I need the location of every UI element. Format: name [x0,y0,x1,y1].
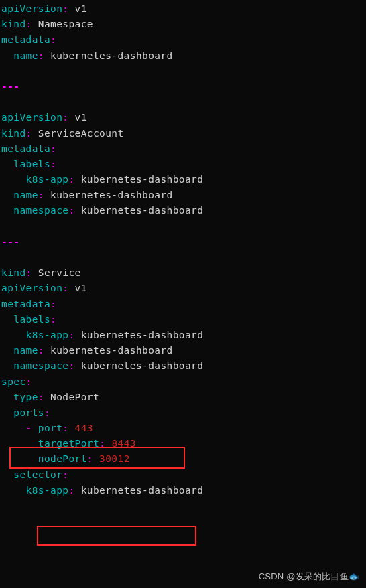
token-val: kubernetes-dashboard [75,329,204,340]
token-val: ServiceAccount [32,128,124,139]
token-col: : [87,453,93,464]
token-key: namespace [13,360,68,371]
token-col: : [68,205,74,216]
code-line: metadata: [1,143,56,154]
token-col: : [68,329,74,340]
token-key: spec [1,376,26,387]
token-val [1,345,13,356]
token-col: : [50,299,56,309]
code-line: k8s-app: kubernetes-dashboard [1,329,203,340]
token-val: v1 [68,3,86,14]
token-col: : [38,190,44,200]
token-val [1,329,26,340]
highlight-box-nodeport-30012 [37,526,196,546]
code-line: ports: [1,407,50,418]
token-val: kubernetes-dashboard [75,205,204,216]
code-line: labels: [1,314,56,325]
code-line: labels: [1,159,56,169]
token-col: : [44,407,50,418]
token-col: : [38,50,44,61]
token-col: : [38,392,44,402]
token-val [1,50,13,61]
token-col: : [26,376,32,387]
token-col: : [38,345,44,356]
token-col: : [50,143,56,154]
code-line: k8s-app: kubernetes-dashboard [1,174,203,185]
token-val: kubernetes-dashboard [44,345,173,356]
token-key: ports [13,407,44,418]
token-num: 30012 [99,453,130,464]
token-col: : [68,485,74,496]
code-line: selector: [1,469,68,480]
token-key: apiVersion [1,283,62,293]
token-val: kubernetes-dashboard [75,174,204,185]
token-val [93,453,99,464]
token-key: k8s-app [26,174,69,185]
token-key: name [13,190,38,200]
token-key: kind [1,128,26,139]
code-line: name: kubernetes-dashboard [1,345,173,356]
token-key: targetPort [38,438,99,449]
token-dash: - [26,423,38,433]
code-line: namespace: kubernetes-dashboard [1,360,203,371]
token-col: : [68,174,74,185]
token-val [1,205,13,216]
token-val [1,407,13,418]
code-line: k8s-app: kubernetes-dashboard [1,485,203,496]
token-val [1,392,13,402]
token-val: v1 [68,283,86,293]
token-col: : [62,469,68,480]
code-line: metadata: [1,34,56,45]
token-key: namespace [13,205,68,216]
token-val: kubernetes-dashboard [75,360,204,371]
code-line: namespace: kubernetes-dashboard [1,205,203,216]
code-line: name: kubernetes-dashboard [1,50,173,61]
token-key: selector [13,469,62,480]
yaml-code-block: apiVersion: v1 kind: Namespace metadata:… [0,0,366,514]
code-line: metadata: [1,299,56,309]
token-sep: --- [1,236,19,247]
token-val [1,485,26,496]
token-key: name [13,50,38,61]
token-col: : [26,19,32,29]
token-key: labels [13,314,50,325]
token-key: metadata [1,299,50,309]
token-col: : [26,128,32,139]
token-key: type [13,392,38,402]
token-val [105,438,111,449]
code-line: kind: Namespace [1,19,93,29]
token-key: metadata [1,143,50,154]
code-line: type: NodePort [1,392,99,402]
token-val [1,469,13,480]
token-val [1,453,38,464]
code-line: spec: [1,376,32,387]
token-key: kind [1,267,26,278]
code-line: - port: 443 [1,423,93,433]
token-val [1,423,26,433]
token-val [1,174,26,185]
token-key: kind [1,19,26,29]
token-sep: --- [1,81,19,92]
code-line: kind: Service [1,267,81,278]
code-line: apiVersion: v1 [1,3,87,14]
token-col: : [50,159,56,169]
token-val: kubernetes-dashboard [44,190,173,200]
token-val: Namespace [32,19,93,29]
token-key: k8s-app [26,485,69,496]
code-line: nodePort: 30012 [1,453,130,464]
token-key: k8s-app [26,329,69,340]
token-key: metadata [1,34,50,45]
token-col: : [26,267,32,278]
token-num: 443 [75,423,93,433]
token-val [1,190,13,200]
token-key: apiVersion [1,112,62,123]
token-key: apiVersion [1,3,62,14]
code-line: apiVersion: v1 [1,112,87,123]
token-key: labels [13,159,50,169]
token-val: kubernetes-dashboard [75,485,204,496]
token-val [1,159,13,169]
code-line: --- [1,236,19,247]
token-col: : [50,34,56,45]
token-val [1,314,13,325]
code-line: --- [1,81,19,92]
